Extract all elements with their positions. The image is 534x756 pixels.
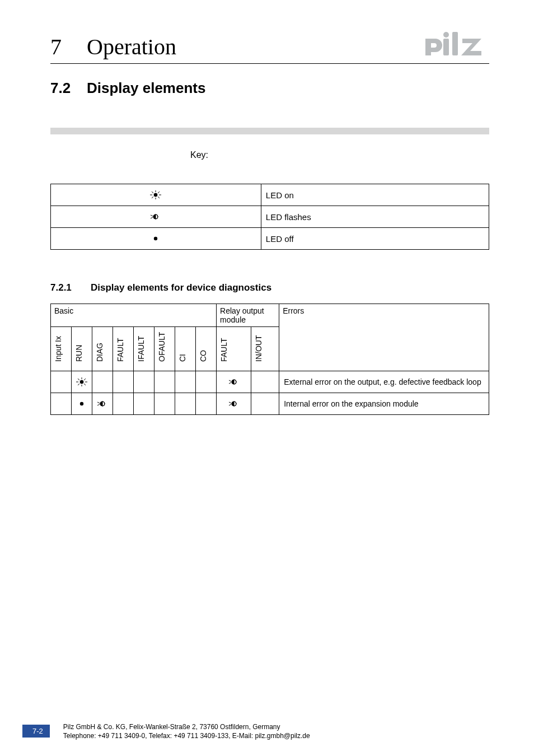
- empty-cell: [154, 371, 175, 393]
- page-header: 7Operation: [50, 31, 489, 64]
- diag-col: RUN: [72, 327, 92, 371]
- page-number-badge: 7-2: [22, 725, 50, 738]
- svg-line-23: [78, 384, 79, 385]
- chapter-number: 7: [50, 34, 87, 60]
- svg-line-9: [158, 197, 160, 198]
- diag-col: Input Ix: [51, 327, 72, 371]
- error-description: Internal error on the expansion module: [279, 393, 489, 415]
- error-description: External error on the output, e.g. defec…: [279, 371, 489, 393]
- col-errors: Errors: [279, 304, 489, 371]
- svg-point-28: [80, 402, 83, 405]
- key-table: LED onLED flashesLED off: [50, 184, 489, 250]
- led-off-icon: [51, 228, 261, 250]
- empty-cell: [92, 371, 113, 393]
- diag-row: External error on the output, e.g. defec…: [51, 371, 489, 393]
- empty-cell: [51, 371, 72, 393]
- col-group-basic: Basic: [51, 304, 217, 327]
- svg-line-11: [158, 192, 160, 193]
- empty-cell: [251, 393, 279, 415]
- svg-point-3: [154, 193, 157, 197]
- key-row: LED off: [51, 228, 489, 250]
- svg-line-22: [84, 384, 86, 385]
- diag-col: CO: [196, 327, 217, 371]
- svg-line-31: [97, 404, 100, 405]
- diag-col: OFAULT: [154, 327, 175, 371]
- section-heading: 7.2Display elements: [50, 80, 489, 97]
- footer-text: Pilz GmbH & Co. KG, Felix-Wankel-Straße …: [63, 722, 310, 740]
- footer-line-1: Pilz GmbH & Co. KG, Felix-Wankel-Straße …: [63, 722, 310, 731]
- empty-cell: [251, 371, 279, 393]
- chapter-title: 7Operation: [50, 34, 176, 60]
- svg-point-0: [443, 32, 449, 38]
- svg-rect-1: [443, 39, 449, 55]
- svg-line-26: [229, 380, 231, 381]
- led-on-icon: [72, 371, 92, 393]
- svg-line-27: [229, 382, 231, 384]
- diag-col: CI: [175, 327, 196, 371]
- empty-cell: [51, 393, 72, 415]
- svg-point-15: [154, 237, 157, 240]
- key-desc: LED on: [261, 184, 489, 206]
- svg-line-13: [151, 215, 153, 216]
- pilz-logo-icon: [422, 31, 489, 60]
- empty-cell: [154, 393, 175, 415]
- diag-col: IFAULT: [134, 327, 154, 371]
- page-footer: 7-2 Pilz GmbH & Co. KG, Felix-Wankel-Str…: [0, 722, 534, 740]
- subsection-number: 7.2.1: [50, 282, 91, 293]
- footer-line-2: Telephone: +49 711 3409-0, Telefax: +49 …: [63, 731, 310, 740]
- empty-cell: [113, 371, 134, 393]
- diag-col: FAULT: [113, 327, 134, 371]
- diag-col: IN/OUT: [251, 327, 279, 371]
- key-row: LED flashes: [51, 206, 489, 228]
- empty-cell: [196, 371, 217, 393]
- diagnostics-table: Basic Relay output module Errors Input I…: [50, 304, 489, 415]
- key-desc: LED off: [261, 228, 489, 250]
- empty-cell: [196, 393, 217, 415]
- led-flash-icon: [217, 393, 251, 415]
- key-label: Key:: [190, 150, 489, 160]
- diag-row: Internal error on the expansion module: [51, 393, 489, 415]
- svg-line-30: [97, 402, 100, 403]
- col-group-relay: Relay output module: [217, 304, 279, 327]
- led-flash-icon: [217, 371, 251, 393]
- diag-col: FAULT: [217, 327, 251, 371]
- subsection-heading: 7.2.1Display elements for device diagnos…: [50, 282, 489, 293]
- empty-cell: [113, 393, 134, 415]
- led-flash-icon: [92, 393, 113, 415]
- svg-line-10: [152, 197, 153, 198]
- led-on-icon: [51, 184, 261, 206]
- section-number: 7.2: [50, 80, 87, 97]
- empty-cell: [134, 393, 154, 415]
- svg-line-8: [152, 192, 153, 193]
- empty-cell: [175, 371, 196, 393]
- svg-point-16: [80, 380, 83, 384]
- led-flash-icon: [51, 206, 261, 228]
- chapter-name: Operation: [87, 34, 176, 59]
- svg-line-24: [84, 379, 86, 380]
- svg-line-33: [229, 402, 231, 403]
- key-table-body: LED onLED flashesLED off: [51, 184, 489, 250]
- key-desc: LED flashes: [261, 206, 489, 228]
- diag-table-body: External error on the output, e.g. defec…: [51, 371, 489, 415]
- diag-col: DIAG: [92, 327, 113, 371]
- empty-cell: [134, 371, 154, 393]
- key-row: LED on: [51, 184, 489, 206]
- led-off-icon: [72, 393, 92, 415]
- svg-line-34: [229, 404, 231, 405]
- svg-line-14: [151, 217, 153, 218]
- section-title: Display elements: [87, 80, 205, 96]
- empty-cell: [175, 393, 196, 415]
- divider-bar: [50, 128, 489, 134]
- subsection-title: Display elements for device diagnostics: [91, 282, 271, 293]
- svg-line-21: [78, 379, 79, 380]
- svg-rect-2: [452, 32, 458, 55]
